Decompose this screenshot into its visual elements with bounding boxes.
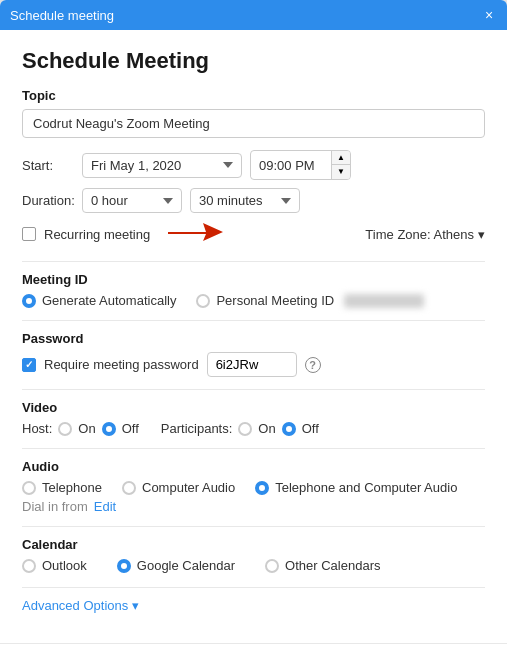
advanced-options-toggle[interactable]: Advanced Options ▾ (22, 598, 485, 613)
time-spinner: ▲ ▼ (331, 151, 350, 179)
participants-video-options: On Off (238, 421, 318, 436)
timezone-selector[interactable]: Time Zone: Athens ▾ (365, 227, 485, 242)
time-down-button[interactable]: ▼ (332, 165, 350, 179)
participants-on-option[interactable]: On (238, 421, 275, 436)
arrow-indicator (168, 221, 223, 247)
outlook-option[interactable]: Outlook (22, 558, 87, 573)
password-row: Require meeting password ? (22, 352, 485, 377)
personal-meeting-id-value (344, 294, 424, 308)
svg-marker-0 (168, 223, 223, 241)
meeting-id-options: Generate Automatically Personal Meeting … (22, 293, 485, 308)
advanced-options-label: Advanced Options (22, 598, 128, 613)
video-section: Video Host: On Off Participants: (22, 400, 485, 436)
audio-section: Audio Telephone Computer Audio Telephone… (22, 459, 485, 514)
require-password-label: Require meeting password (44, 357, 199, 372)
password-info-icon[interactable]: ? (305, 357, 321, 373)
computer-audio-radio[interactable] (122, 481, 136, 495)
telephone-radio[interactable] (22, 481, 36, 495)
video-label: Video (22, 400, 485, 415)
titlebar: Schedule meeting × (0, 0, 507, 30)
edit-link[interactable]: Edit (94, 499, 116, 514)
participants-off-radio[interactable] (282, 422, 296, 436)
topic-input[interactable] (22, 109, 485, 138)
participants-off-option[interactable]: Off (282, 421, 319, 436)
audio-options: Telephone Computer Audio Telephone and C… (22, 480, 485, 495)
host-video-options: On Off (58, 421, 138, 436)
personal-meeting-option[interactable]: Personal Meeting ID (196, 293, 424, 308)
duration-row: Duration: 0 hour 30 minutes (22, 188, 485, 213)
audio-label: Audio (22, 459, 485, 474)
calendar-label: Calendar (22, 537, 485, 552)
host-label: Host: (22, 421, 52, 436)
other-calendars-option[interactable]: Other Calendars (265, 558, 380, 573)
footer: Schedule Cancel (0, 643, 507, 648)
host-on-radio[interactable] (58, 422, 72, 436)
host-on-option[interactable]: On (58, 421, 95, 436)
recurring-left: Recurring meeting (22, 221, 223, 247)
personal-meeting-radio[interactable] (196, 294, 210, 308)
divider-1 (22, 261, 485, 262)
generate-auto-option[interactable]: Generate Automatically (22, 293, 176, 308)
participants-on-radio[interactable] (238, 422, 252, 436)
google-calendar-option[interactable]: Google Calendar (117, 558, 235, 573)
start-label: Start: (22, 158, 82, 173)
titlebar-title: Schedule meeting (10, 8, 114, 23)
calendar-section: Calendar Outlook Google Calendar Other C… (22, 537, 485, 573)
divider-6 (22, 587, 485, 588)
calendar-options: Outlook Google Calendar Other Calendars (22, 558, 485, 573)
host-off-radio[interactable] (102, 422, 116, 436)
other-calendars-radio[interactable] (265, 559, 279, 573)
recurring-label: Recurring meeting (44, 227, 150, 242)
meeting-id-label: Meeting ID (22, 272, 485, 287)
advanced-options-chevron: ▾ (132, 598, 139, 613)
recurring-checkbox[interactable] (22, 227, 36, 241)
start-time-input[interactable] (251, 154, 331, 177)
telephone-computer-option[interactable]: Telephone and Computer Audio (255, 480, 457, 495)
recurring-row: Recurring meeting Time Zone: Athens ▾ (22, 221, 485, 247)
computer-audio-option[interactable]: Computer Audio (122, 480, 235, 495)
outlook-radio[interactable] (22, 559, 36, 573)
topic-label: Topic (22, 88, 485, 103)
divider-4 (22, 448, 485, 449)
close-icon[interactable]: × (481, 7, 497, 23)
minute-select[interactable]: 30 minutes (190, 188, 300, 213)
password-label: Password (22, 331, 485, 346)
telephone-computer-radio[interactable] (255, 481, 269, 495)
google-calendar-radio[interactable] (117, 559, 131, 573)
main-content: Schedule Meeting Topic Start: Fri May 1,… (0, 30, 507, 643)
divider-3 (22, 389, 485, 390)
time-up-button[interactable]: ▲ (332, 151, 350, 165)
start-row: Start: Fri May 1, 2020 ▲ ▼ (22, 150, 485, 180)
start-time-wrapper: ▲ ▼ (250, 150, 351, 180)
video-row: Host: On Off Participants: On (22, 421, 485, 436)
participants-label: Participants: (161, 421, 233, 436)
host-off-option[interactable]: Off (102, 421, 139, 436)
meeting-id-section: Meeting ID Generate Automatically Person… (22, 272, 485, 308)
divider-2 (22, 320, 485, 321)
hour-select[interactable]: 0 hour (82, 188, 182, 213)
password-section: Password Require meeting password ? (22, 331, 485, 377)
password-input[interactable] (207, 352, 297, 377)
telephone-option[interactable]: Telephone (22, 480, 102, 495)
duration-label: Duration: (22, 193, 82, 208)
generate-auto-radio[interactable] (22, 294, 36, 308)
dial-row: Dial in from Edit (22, 499, 485, 514)
start-date-select[interactable]: Fri May 1, 2020 (82, 153, 242, 178)
divider-5 (22, 526, 485, 527)
page-title: Schedule Meeting (22, 48, 485, 74)
schedule-meeting-window: Schedule meeting × Schedule Meeting Topi… (0, 0, 507, 648)
require-password-checkbox[interactable] (22, 358, 36, 372)
dial-from-label: Dial in from (22, 499, 88, 514)
